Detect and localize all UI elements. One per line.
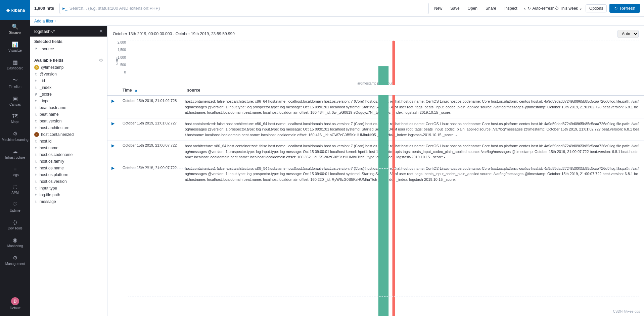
field-name: host.os.codename — [40, 152, 73, 157]
field-row-host-containerized[interactable]: ✓ host.containerized — [34, 131, 103, 138]
field-row-host-id[interactable]: t host.id — [34, 138, 103, 145]
week-button[interactable]: This week — [560, 6, 578, 11]
sidebar-item-maps[interactable]: 🗺 Maps — [0, 110, 30, 127]
field-row-index[interactable]: t _index — [34, 84, 103, 91]
sidebar-item-visualize[interactable]: 📊 Visualize — [0, 38, 30, 56]
default-avatar: D — [11, 297, 19, 305]
field-row-version[interactable]: t @version — [34, 71, 103, 77]
field-name: beat.hostname — [40, 105, 66, 110]
share-button[interactable]: Share — [483, 5, 499, 12]
search-input[interactable] — [70, 6, 426, 11]
index-header: logstash-.* ✕ — [30, 26, 107, 37]
expand-button[interactable]: ▶ — [111, 121, 114, 126]
field-row-input-type[interactable]: t input.type — [34, 185, 103, 192]
field-name: host.os.version — [40, 179, 67, 184]
field-row-id[interactable]: t _id — [34, 77, 103, 84]
field-name: _source — [40, 47, 54, 51]
field-name: _index — [40, 85, 51, 90]
field-type: t — [34, 193, 38, 197]
field-row-beat-version[interactable]: t beat.version — [34, 118, 103, 124]
sidebar-item-timelion[interactable]: 〜 Timelion — [0, 73, 30, 92]
chart-area: October 13th 2019, 00:00:00.000 - Octobe… — [107, 26, 644, 85]
field-row-score[interactable]: # _score — [34, 91, 103, 98]
sidebar-item-label: Machine Learning — [2, 138, 29, 142]
sidebar-item-label: Dashboard — [7, 66, 24, 70]
maps-icon: 🗺 — [12, 113, 18, 119]
sidebar-item-canvas[interactable]: ▣ Canvas — [0, 92, 30, 110]
clock-icon: ⏱ — [555, 6, 559, 11]
right-panel: October 13th 2019, 00:00:00.000 - Octobe… — [107, 26, 644, 316]
chart-interval-select[interactable]: Auto — [617, 30, 639, 38]
sidebar-item-uptime[interactable]: ♡ Uptime — [0, 198, 30, 216]
sidebar-item-default[interactable]: D Default — [0, 294, 30, 313]
field-name: input.type — [40, 186, 57, 191]
field-row-host-name[interactable]: t host.name — [34, 145, 103, 151]
time-col-label: Time — [123, 88, 132, 93]
field-name: host.id — [40, 139, 51, 144]
save-button[interactable]: Save — [448, 5, 462, 12]
sidebar-item-dashboard[interactable]: ▦ Dashboard — [0, 56, 30, 73]
field-row-type[interactable]: t _type — [34, 98, 103, 104]
sidebar-item-label: Canvas — [9, 103, 21, 106]
field-name: host.architecture — [40, 125, 70, 130]
field-item-source[interactable]: ? _source — [34, 46, 103, 52]
new-button[interactable]: New — [431, 5, 445, 12]
field-name: @version — [40, 72, 57, 76]
refresh-button[interactable]: ↻ Refresh — [609, 4, 640, 13]
sidebar-item-infrastructure[interactable]: ☁ Infrastructure — [0, 145, 30, 163]
sidebar-item-dev-tools[interactable]: ⟨⟩ Dev Tools — [0, 216, 30, 233]
field-row-timestamp[interactable]: ⏱ @timestamp — [34, 64, 103, 71]
gear-button[interactable]: ⚙ — [99, 58, 103, 63]
field-type: # — [34, 93, 38, 96]
add-filter-button[interactable]: Add a filter + — [34, 19, 57, 23]
field-row-host-os-platform[interactable]: t host.os.platform — [34, 171, 103, 178]
field-row-host-arch[interactable]: t host.architecture — [34, 124, 103, 131]
time-col-header[interactable]: Time ▲ — [119, 85, 181, 96]
sidebar-item-label: Infrastructure — [5, 156, 25, 159]
field-type: t — [34, 106, 38, 110]
sidebar-item-management[interactable]: ⚙ Management — [0, 251, 30, 269]
expand-button[interactable]: ▶ — [111, 143, 114, 148]
sidebar-item-logs[interactable]: ≡ Logs — [0, 163, 30, 180]
field-type: t — [34, 180, 38, 183]
open-button[interactable]: Open — [465, 5, 480, 12]
next-arrow[interactable]: › — [579, 5, 583, 12]
index-close-button[interactable]: ✕ — [99, 29, 103, 34]
index-name: logstash-.* — [34, 29, 55, 34]
prev-arrow[interactable]: ‹ — [523, 5, 527, 12]
sidebar-item-machine-learning[interactable]: ⚙ Machine Learning — [0, 127, 30, 145]
field-row-log-file-path[interactable]: t log.file.path — [34, 192, 103, 198]
refresh-icon: ↻ — [527, 6, 531, 11]
options-button[interactable]: Options — [586, 4, 607, 12]
uptime-icon: ♡ — [13, 201, 17, 208]
field-type: t — [34, 126, 38, 130]
sidebar-item-apm[interactable]: ◌ APM — [0, 180, 30, 198]
field-row-message[interactable]: t message — [34, 198, 103, 205]
autorefresh-button[interactable]: ↻ Auto-refresh — [527, 6, 554, 11]
search-prompt: ▶_ — [62, 6, 67, 11]
chart-auto-select: Auto — [617, 30, 639, 38]
sidebar-item-discover[interactable]: 🔍 Discover — [0, 20, 30, 38]
sidebar-item-label: Uptime — [10, 209, 20, 212]
expand-button[interactable]: ▶ — [111, 166, 114, 170]
expand-button[interactable]: ▶ — [111, 99, 114, 103]
selected-fields-section: Selected fields ? _source — [30, 37, 107, 55]
field-row-host-os-name[interactable]: t host.os.name — [34, 165, 103, 171]
field-type: t — [34, 173, 38, 177]
field-type: t — [34, 86, 38, 90]
chart-header: October 13th 2019, 00:00:00.000 - Octobe… — [113, 30, 639, 38]
filterbar: Add a filter + — [30, 17, 644, 26]
field-row-host-os-version[interactable]: t host.os.version — [34, 178, 103, 185]
logo[interactable]: ◈ kibana — [0, 0, 30, 20]
canvas-icon: ▣ — [13, 95, 18, 102]
field-row-host-os-family[interactable]: t host.os.family — [34, 158, 103, 165]
field-type: t — [34, 146, 38, 150]
field-row-host-os-codename[interactable]: t host.os.codename — [34, 151, 103, 158]
inspect-button[interactable]: Inspect — [502, 5, 520, 12]
hits-count: 1,900 hits — [34, 6, 54, 11]
bool-icon: ✓ — [34, 132, 39, 137]
source-col-header: _source — [181, 85, 644, 96]
field-row-beat-name[interactable]: t beat.name — [34, 111, 103, 118]
field-row-beat-hostname[interactable]: t beat.hostname — [34, 104, 103, 111]
sidebar-item-monitoring[interactable]: ◉ Monitoring — [0, 233, 30, 251]
